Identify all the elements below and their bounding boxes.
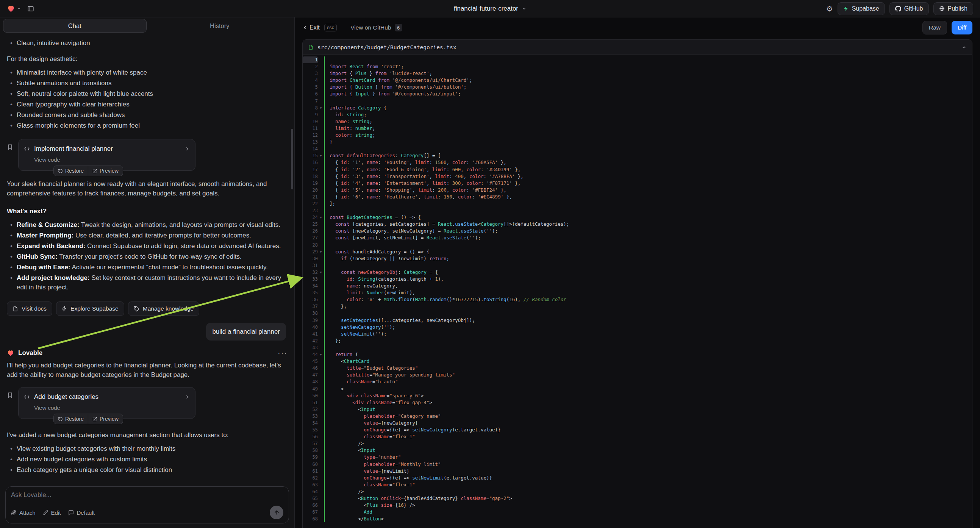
manage-knowledge-button[interactable]: Manage knowledge	[128, 302, 199, 316]
fold-spacer	[318, 303, 324, 310]
explore-supabase-button[interactable]: Explore Supabase	[56, 302, 124, 316]
fold-spacer	[318, 91, 324, 97]
line-number: 19	[303, 180, 318, 187]
preview-button[interactable]: Preview	[88, 166, 123, 176]
chat-scrollbar[interactable]	[291, 129, 293, 189]
code-line: 49 >	[303, 386, 972, 393]
code-line: 15▾const defaultCategories: Category[] =…	[303, 152, 972, 159]
fold-spacer	[318, 255, 324, 262]
lovable-heart-icon	[7, 5, 15, 13]
fold-spacer	[318, 393, 324, 399]
code-text: className="flex-1"	[325, 482, 415, 488]
code-line: 59 type="number"	[303, 454, 972, 461]
supabase-button[interactable]: Supabase	[838, 2, 885, 15]
line-number: 13	[303, 138, 318, 145]
panel-left-icon	[27, 5, 34, 12]
code-text: Add	[325, 509, 372, 515]
code-text: value={newLimit}	[325, 468, 409, 475]
code-text: { id: '4', name: 'Entertainment', limit:…	[325, 180, 520, 187]
fold-chevron-icon[interactable]: ▾	[318, 105, 324, 111]
fold-chevron-icon[interactable]: ▾	[318, 351, 324, 358]
bookmark-button[interactable]	[7, 392, 13, 400]
project-switcher[interactable]: financial-future-creator	[454, 5, 526, 13]
view-on-github-label: View on GitHub	[350, 24, 391, 31]
edit-button[interactable]: Edit	[43, 509, 61, 516]
line-number: 32	[303, 269, 318, 276]
code-line: 19 { id: '4', name: 'Entertainment', lim…	[303, 180, 972, 187]
fold-spacer	[318, 234, 324, 241]
version-card-header[interactable]: Implement financial planner	[24, 144, 190, 153]
fold-spacer	[318, 372, 324, 379]
fold-chevron-icon[interactable]: ▾	[318, 152, 324, 159]
visit-docs-button[interactable]: Visit docs	[7, 302, 52, 316]
code-text: const [newLimit, setNewLimit] = React.us…	[325, 234, 481, 241]
attach-button[interactable]: Attach	[11, 509, 36, 516]
version-card-header[interactable]: Add budget categories	[24, 392, 190, 401]
external-link-icon	[92, 417, 97, 421]
diff-toggle-button[interactable]: Diff	[951, 21, 972, 35]
composer-input[interactable]	[11, 491, 283, 503]
fold-chevron-icon[interactable]: ▾	[318, 214, 324, 221]
send-button[interactable]	[270, 506, 283, 519]
fold-spacer	[318, 166, 324, 173]
tab-chat[interactable]: Chat	[3, 19, 146, 33]
restore-button[interactable]: Restore	[54, 166, 88, 176]
fold-spacer	[318, 433, 324, 440]
ready-message: Your sleek financial planner is now read…	[7, 179, 288, 198]
lovable-logo-menu[interactable]	[7, 5, 21, 13]
code-line: 32▾ const newCategoryObj: Category = {	[303, 269, 972, 276]
chat-mode-selector[interactable]: Default	[68, 509, 95, 516]
code-editor[interactable]: 12import React from 'react';3import { Pl…	[303, 55, 972, 528]
code-line: 50 <div className="space-y-6">	[303, 393, 972, 399]
project-name: financial-future-creator	[454, 5, 518, 13]
raw-toggle-button[interactable]: Raw	[923, 21, 947, 35]
line-number: 17	[303, 166, 318, 173]
fold-spacer	[318, 118, 324, 125]
code-text: <Input	[325, 406, 375, 413]
code-text	[325, 262, 329, 269]
fold-chevron-icon[interactable]: ▾	[318, 269, 324, 276]
publish-button[interactable]: Publish	[934, 2, 973, 15]
code-line: 67 Add	[303, 509, 972, 515]
fold-chevron-icon[interactable]: ▾	[318, 248, 324, 255]
user-message: build a financial planner	[206, 323, 286, 340]
github-icon	[895, 6, 901, 12]
code-line: 63 className="flex-1"	[303, 482, 972, 488]
code-line: 42 };	[303, 337, 972, 344]
more-options-button[interactable]: ···	[278, 348, 288, 357]
preview-button[interactable]: Preview	[88, 414, 123, 424]
file-icon	[308, 44, 313, 50]
github-button[interactable]: GitHub	[889, 2, 929, 15]
code-line: 30 if (!newCategory || !newLimit) return…	[303, 255, 972, 262]
code-line: 55 onChange={(e) => setNewCategory(e.tar…	[303, 426, 972, 433]
code-line: 68 </Button>	[303, 515, 972, 522]
code-text: import React from 'react';	[325, 63, 404, 70]
chat-scroll-area[interactable]: Clean, intuitive navigation For the desi…	[0, 34, 294, 483]
code-line: 6import { Input } from '@/components/ui/…	[303, 91, 972, 97]
line-number: 58	[303, 447, 318, 454]
code-line: 3import { Plus } from 'lucide-react';	[303, 70, 972, 77]
external-link-icon	[92, 169, 97, 173]
code-text: color: '#' + Math.floor(Math.random()*16…	[325, 296, 566, 303]
view-code-link[interactable]: View code	[34, 404, 60, 411]
sidebar-toggle-button[interactable]	[27, 5, 34, 12]
code-text: color: string;	[325, 132, 375, 138]
code-text: id: string;	[325, 111, 367, 118]
view-code-link[interactable]: View code	[34, 156, 60, 163]
list-item: GitHub Sync: Transfer your project's cod…	[7, 252, 288, 261]
code-text: value={newCategory}	[325, 420, 418, 426]
file-header[interactable]: src/components/budget/BudgetCategories.t…	[303, 40, 972, 55]
line-number: 64	[303, 488, 318, 495]
settings-button[interactable]: ⚙	[826, 4, 833, 13]
view-on-github-button[interactable]: View on GitHub 6	[350, 24, 402, 32]
fold-spacer	[318, 132, 324, 138]
bookmark-button[interactable]	[7, 143, 13, 152]
restore-button[interactable]: Restore	[54, 414, 88, 424]
tab-history[interactable]: History	[148, 19, 292, 33]
code-text: name: string;	[325, 118, 372, 125]
list-item: Each category gets a unique color for vi…	[7, 465, 288, 475]
code-text: };	[325, 303, 347, 310]
exit-button[interactable]: Exit	[302, 24, 320, 31]
restore-label: Restore	[65, 416, 84, 422]
collapse-file-button[interactable]	[961, 45, 967, 50]
